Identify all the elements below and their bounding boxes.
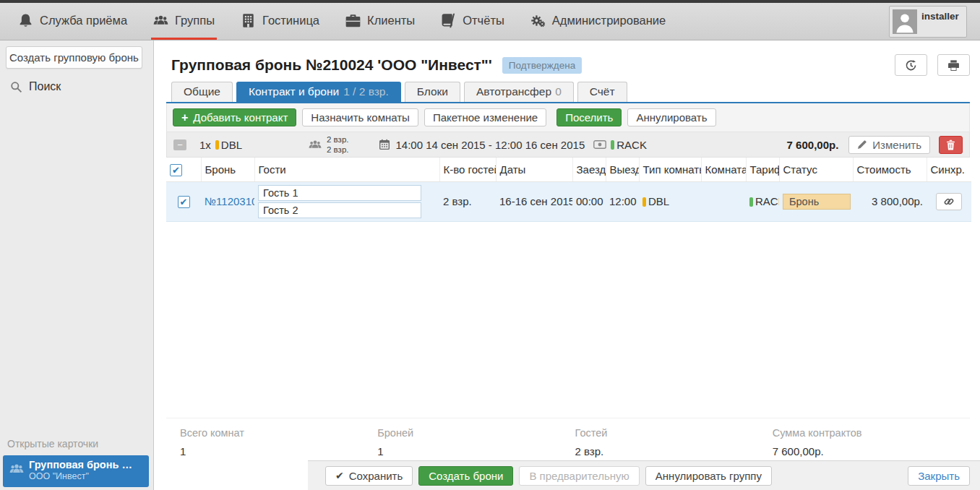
- user-menu[interactable]: installer: [889, 6, 967, 38]
- plus-icon: +: [181, 112, 188, 124]
- nav-item-reception[interactable]: Служба приёма: [16, 3, 129, 40]
- tab-bar: Общие Контракт и брони1 / 2 взр. Блоки А…: [166, 82, 970, 103]
- col-header-departure[interactable]: Выезд: [606, 158, 639, 181]
- cell-guest-count: 2 взр.: [439, 181, 496, 221]
- cell-departure: 12:00: [606, 181, 639, 221]
- page-header: Групповая бронь №210024 'ООО "Инвест"' П…: [154, 40, 980, 80]
- col-header-room-type[interactable]: Тип комнаты: [639, 158, 701, 181]
- calendar-icon: [379, 139, 390, 150]
- summary-label: Броней: [377, 427, 575, 439]
- reports-icon: [441, 13, 456, 28]
- add-contract-button[interactable]: + Добавить контракт: [173, 108, 296, 126]
- guest-1-input[interactable]: [258, 185, 421, 201]
- button-label: Добавить контракт: [193, 111, 288, 124]
- briefcase-icon: [345, 13, 361, 28]
- nav-item-groups[interactable]: Группы: [151, 3, 217, 40]
- bell-icon: [18, 13, 33, 28]
- create-bookings-button[interactable]: Создать брони: [418, 466, 513, 486]
- nav-item-administration[interactable]: Администрирование: [528, 3, 668, 40]
- room-type-marker-icon: [215, 140, 219, 150]
- pencil-icon: [857, 139, 867, 150]
- tab-blocks[interactable]: Блоки: [405, 82, 460, 102]
- nav-label: Клиенты: [367, 14, 415, 27]
- cell-rate: RACK: [746, 181, 779, 221]
- print-button[interactable]: [937, 54, 970, 76]
- room-type-marker-icon: [642, 197, 646, 207]
- nav-label: Гостиница: [262, 14, 319, 27]
- row-checkbox[interactable]: ✔: [178, 196, 190, 208]
- summary-bookings: Броней 1: [377, 427, 575, 457]
- booking-status-badge: Бронь: [783, 194, 851, 210]
- col-header-sync[interactable]: Синхр.: [927, 158, 971, 181]
- booking-row[interactable]: ✔ №1120310 2 взр. 16-16 сен 2015 00:00 1…: [166, 181, 971, 221]
- booking-number-link[interactable]: №1120310: [205, 195, 254, 207]
- summary-value: 2 взр.: [575, 445, 773, 457]
- table-header-row: ✔ Бронь Гости К-во гостей Даты Заезд Вые…: [166, 158, 971, 181]
- sync-link-button[interactable]: [936, 193, 962, 210]
- nav-item-hotel[interactable]: Гостиница: [238, 3, 322, 40]
- page-title: Групповая бронь №210024 'ООО "Инвест"': [171, 56, 492, 74]
- col-header-price[interactable]: Стоимость: [853, 158, 927, 181]
- nav-label: Группы: [175, 14, 215, 27]
- guest-2-input[interactable]: [258, 202, 421, 218]
- tab-label: Общие: [184, 85, 220, 98]
- summary-label: Гостей: [575, 427, 773, 439]
- annul-group-button[interactable]: Аннулировать группу: [645, 466, 772, 486]
- button-label: Изменить: [872, 139, 921, 151]
- contract-panel: + Добавить контракт Назначить комнаты Па…: [166, 103, 970, 457]
- tab-contract-counter: 1 / 2 взр.: [343, 85, 389, 98]
- col-header-dates[interactable]: Даты: [496, 158, 572, 181]
- username: installer: [921, 9, 959, 22]
- bookings-table: ✔ Бронь Гости К-во гостей Даты Заезд Вые…: [166, 158, 971, 222]
- save-button[interactable]: ✔ Сохранить: [325, 466, 413, 486]
- rate-marker-icon: [749, 197, 753, 207]
- col-header-booking[interactable]: Бронь: [201, 158, 254, 181]
- summary-guests: Гостей 2 взр.: [575, 427, 773, 457]
- tab-label: Блоки: [417, 85, 448, 98]
- tab-transfer-counter: 0: [555, 85, 562, 98]
- nav-item-reports[interactable]: Отчёты: [439, 3, 507, 40]
- group-icon: [9, 464, 24, 475]
- create-group-booking-button[interactable]: Создать групповую бронь: [6, 46, 142, 69]
- status-badge: Подтверждена: [502, 57, 582, 74]
- select-all-checkbox[interactable]: ✔: [170, 164, 182, 176]
- collapse-contract-button[interactable]: −: [173, 139, 186, 150]
- col-header-rate[interactable]: Тариф: [746, 158, 779, 181]
- delete-contract-button[interactable]: [939, 136, 963, 154]
- sidebar-search[interactable]: Поиск: [10, 80, 143, 93]
- trash-icon: [946, 139, 955, 150]
- history-button[interactable]: [895, 54, 927, 76]
- contract-rate-text: RACK: [616, 139, 647, 151]
- check-in-button[interactable]: Поселить: [556, 108, 622, 126]
- open-card-group-booking[interactable]: Групповая бронь №21... ООО "Инвест": [3, 455, 149, 487]
- batch-change-button[interactable]: Пакетное изменение: [424, 108, 546, 126]
- cell-arrival: 00:00: [572, 181, 606, 221]
- to-preliminary-button: В предварительную: [519, 466, 639, 486]
- table-empty-area: [166, 222, 970, 418]
- tab-autotransfer[interactable]: Автотрансфер0: [464, 82, 574, 102]
- edit-contract-button[interactable]: Изменить: [848, 136, 930, 154]
- col-header-status[interactable]: Статус: [779, 158, 853, 181]
- search-label: Поиск: [29, 80, 61, 93]
- col-header-guest-count[interactable]: К-во гостей: [439, 158, 496, 181]
- close-button[interactable]: Закрыть: [908, 466, 970, 486]
- contract-toolbar: + Добавить контракт Назначить комнаты Па…: [166, 103, 970, 132]
- tab-general[interactable]: Общие: [171, 82, 233, 102]
- col-header-arrival[interactable]: Заезд: [572, 158, 606, 181]
- nav-label: Отчёты: [463, 14, 504, 27]
- col-header-room[interactable]: Комната: [701, 158, 746, 181]
- summary-contracts-total: Сумма контрактов 7 600,00р.: [773, 427, 970, 457]
- summary-value: 1: [377, 445, 575, 457]
- cell-dates: 16-16 сен 2015: [496, 181, 572, 221]
- summary-value: 7 600,00р.: [773, 445, 970, 457]
- tab-label: Счёт: [590, 85, 615, 98]
- tab-invoice[interactable]: Счёт: [577, 82, 627, 102]
- top-navbar: Служба приёма Группы Гостиница Клиенты О…: [0, 3, 980, 40]
- group-icon: [309, 140, 322, 150]
- col-header-guests[interactable]: Гости: [254, 158, 439, 181]
- tab-contract-and-bookings[interactable]: Контракт и брони1 / 2 взр.: [236, 82, 401, 102]
- nav-item-clients[interactable]: Клиенты: [343, 3, 417, 40]
- nav-label: Служба приёма: [40, 14, 127, 27]
- assign-rooms-button[interactable]: Назначить комнаты: [302, 108, 418, 126]
- annul-button[interactable]: Аннулировать: [627, 108, 715, 126]
